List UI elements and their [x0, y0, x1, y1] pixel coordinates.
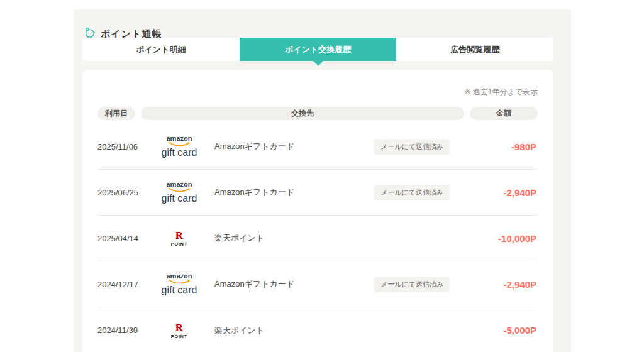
- tab-point-exchange-history[interactable]: ポイント交換履歴: [240, 38, 397, 61]
- column-header-destination: 交換先: [141, 107, 464, 120]
- usage-date: 2024/12/17: [97, 280, 147, 289]
- status-badge: メールにて送信済み: [374, 185, 450, 200]
- exchange-destination: Amazonギフトカード: [212, 187, 374, 198]
- usage-date: 2025/04/14: [97, 234, 147, 243]
- status-badge: メールにて送信済み: [374, 277, 450, 292]
- usage-date: 2025/06/25: [97, 188, 147, 197]
- table-header-row: 利用日 交換先 金額: [97, 107, 538, 120]
- table-row: 2024/11/30 R POINT 楽天ポイント -5,000P: [97, 307, 538, 352]
- amazon-smile-icon: [167, 141, 191, 146]
- amazon-gift-card-logo: amazon gift card: [162, 181, 197, 204]
- column-header-amount: 金額: [470, 107, 538, 120]
- exchange-destination: Amazonギフトカード: [212, 278, 374, 290]
- points-app-page: ポイント通帳 ポイント明細 ポイント交換履歴 広告閲覧履歴 ※ 過去1年分まで表…: [0, 0, 644, 362]
- active-tab-pointer-icon: [313, 60, 324, 66]
- amazon-smile-icon: [167, 187, 191, 192]
- usage-date: 2025/11/06: [97, 142, 147, 151]
- exchange-history-list: 2025/11/06 amazon gift card: [97, 124, 538, 352]
- amazon-product-text: gift card: [162, 285, 197, 295]
- amount: -2,940P: [469, 187, 538, 198]
- rakuten-r-text: R: [175, 230, 183, 241]
- amazon-product-text: gift card: [162, 148, 197, 158]
- rakuten-point-text: POINT: [171, 242, 187, 246]
- rakuten-point-logo: R POINT: [171, 230, 187, 246]
- history-range-note: ※ 過去1年分まで表示: [464, 87, 538, 97]
- amazon-product-text: gift card: [162, 194, 197, 204]
- tab-bar: ポイント明細 ポイント交換履歴 広告閲覧履歴: [82, 38, 553, 61]
- usage-date: 2024/11/30: [97, 326, 147, 335]
- points-passbook-panel: ポイント通帳 ポイント明細 ポイント交換履歴 広告閲覧履歴 ※ 過去1年分まで表…: [74, 9, 571, 352]
- tab-point-details[interactable]: ポイント明細: [82, 38, 240, 61]
- amount: -980P: [469, 141, 538, 152]
- table-row: 2025/04/14 R POINT 楽天ポイント -10,000P: [97, 216, 538, 261]
- status-badge: メールにて送信済み: [374, 139, 450, 155]
- rakuten-r-text: R: [175, 322, 183, 333]
- amazon-gift-card-logo: amazon gift card: [162, 135, 197, 158]
- amazon-smile-icon: [167, 279, 191, 284]
- table-row: 2025/06/25 amazon gift card: [97, 170, 538, 216]
- column-header-date: 利用日: [97, 107, 135, 120]
- table-row: 2024/12/17 amazon gift card: [97, 261, 538, 307]
- table-row: 2025/11/06 amazon gift card: [97, 124, 538, 170]
- exchange-destination: 楽天ポイント: [212, 233, 374, 244]
- amount: -5,000P: [469, 325, 538, 336]
- amazon-gift-card-logo: amazon gift card: [162, 273, 197, 295]
- amount: -2,940P: [469, 279, 538, 290]
- exchange-destination: Amazonギフトカード: [212, 141, 374, 152]
- tab-ad-view-history[interactable]: 広告閲覧履歴: [396, 38, 553, 61]
- exchange-destination: 楽天ポイント: [212, 325, 374, 336]
- tab-label: ポイント交換履歴: [285, 44, 351, 55]
- exchange-history-card: ※ 過去1年分まで表示 利用日 交換先 金額 2025/11/06 amazon: [82, 70, 553, 352]
- rakuten-point-text: POINT: [171, 334, 187, 339]
- amount: -10,000P: [469, 233, 538, 244]
- rakuten-point-logo: R POINT: [171, 322, 187, 339]
